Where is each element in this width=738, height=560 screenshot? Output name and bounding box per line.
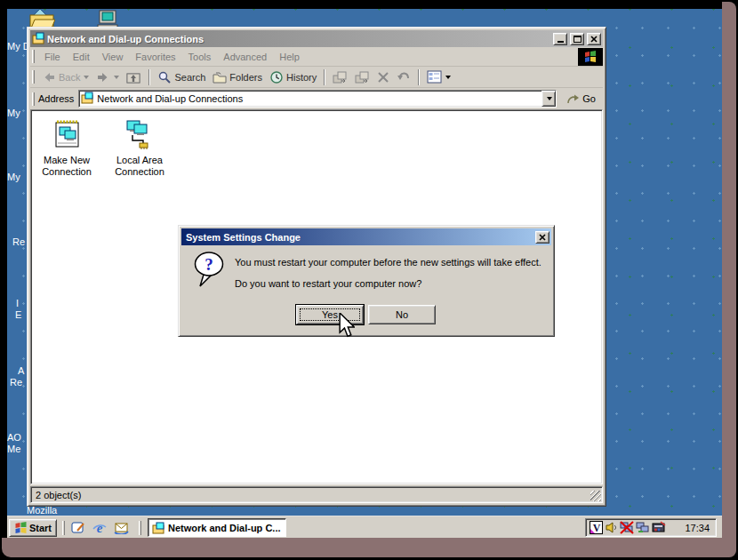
desktop-icon-label[interactable]: Re: [10, 377, 22, 388]
no-button-label: No: [396, 309, 408, 320]
make-new-connection-item[interactable]: Make New Connection: [35, 119, 99, 178]
desktop-icon-label[interactable]: A: [18, 365, 24, 376]
copy-to-button[interactable]: [351, 68, 373, 86]
outlook-express-button[interactable]: [112, 520, 130, 536]
local-area-connection-item[interactable]: Local Area Connection: [108, 119, 172, 178]
item-label: Local Area Connection: [108, 155, 172, 178]
address-value: Network and Dial-up Connections: [97, 93, 541, 104]
copy-to-icon: [355, 70, 370, 84]
forward-button[interactable]: [92, 68, 123, 86]
rebar-handle[interactable]: [32, 50, 35, 63]
desktop-icon-label[interactable]: E: [15, 309, 21, 320]
tray-volume-icon[interactable]: [605, 521, 618, 534]
monitor-bezel-bottom: [2, 538, 736, 557]
toolbar-separator: [148, 69, 150, 85]
folders-icon: [213, 70, 227, 84]
rebar-handle[interactable]: [32, 92, 35, 106]
dialog-titlebar[interactable]: System Settings Change: [181, 228, 551, 245]
tray-network-disconnected-icon[interactable]: [620, 521, 634, 534]
folders-button[interactable]: Folders: [209, 68, 266, 86]
desktop-icon-label[interactable]: My: [7, 108, 20, 118]
start-button[interactable]: Start: [9, 519, 57, 537]
status-panel: 2 object(s): [30, 486, 603, 503]
minimize-icon: [558, 41, 564, 43]
desktop-icon-label[interactable]: Re: [12, 236, 25, 247]
views-icon: [427, 70, 442, 84]
menu-help[interactable]: Help: [273, 50, 306, 64]
menu-file[interactable]: File: [38, 50, 67, 64]
windows-logo-icon: [14, 522, 28, 534]
undo-button[interactable]: [393, 69, 414, 85]
search-icon: [157, 70, 172, 84]
show-desktop-button[interactable]: [69, 520, 87, 536]
history-button[interactable]: History: [266, 68, 320, 86]
menu-view[interactable]: View: [96, 50, 130, 64]
address-dropdown-button[interactable]: [541, 91, 556, 107]
tray-network-icon[interactable]: [636, 521, 650, 534]
show-desktop-icon: [71, 521, 85, 535]
go-arrow-icon: [566, 93, 580, 105]
item-label: Make New Connection: [35, 155, 99, 178]
search-button[interactable]: Search: [154, 68, 209, 86]
up-icon: [126, 70, 141, 84]
go-button[interactable]: Go: [562, 92, 600, 107]
tray-scheduler-icon[interactable]: [652, 521, 666, 534]
svg-text:?: ?: [205, 255, 213, 274]
quicklaunch-grip[interactable]: [62, 521, 65, 535]
menu-bar: File Edit View Favorites Tools Advanced …: [30, 47, 603, 67]
menu-tools[interactable]: Tools: [182, 50, 218, 64]
address-input[interactable]: Network and Dial-up Connections: [78, 90, 557, 108]
address-label: Address: [38, 93, 74, 104]
close-button[interactable]: [587, 33, 601, 45]
close-icon: [539, 234, 546, 241]
minimize-button[interactable]: [553, 33, 567, 45]
internet-explorer-icon: e: [92, 521, 107, 535]
no-button[interactable]: No: [368, 305, 436, 324]
task-button-network-connections[interactable]: Network and Dial-up C...: [148, 518, 286, 537]
status-bar: 2 object(s): [30, 486, 603, 503]
window-icon: [32, 32, 44, 46]
desktop-icon-label[interactable]: Me: [7, 444, 20, 454]
undo-icon: [397, 71, 411, 84]
start-label: Start: [29, 523, 52, 533]
move-to-icon: [333, 70, 348, 84]
desktop-icon-label[interactable]: AO: [7, 432, 21, 443]
tray-vshield-icon[interactable]: V: [590, 521, 603, 534]
dialog-close-button[interactable]: [535, 231, 549, 244]
resize-grip[interactable]: [590, 491, 601, 501]
maximize-button[interactable]: [570, 33, 584, 45]
taskbar-clock[interactable]: 17:34: [685, 523, 710, 533]
outlook-express-icon: [114, 522, 129, 534]
window-titlebar[interactable]: Network and Dial-up Connections: [30, 30, 603, 47]
back-dropdown-icon[interactable]: [84, 76, 89, 79]
dialog-message-line2: Do you want to restart your computer now…: [235, 278, 421, 289]
menu-edit[interactable]: Edit: [67, 50, 96, 64]
menu-favorites[interactable]: Favorites: [129, 50, 181, 64]
desktop-icon-label[interactable]: I: [16, 298, 19, 308]
views-button[interactable]: [423, 68, 454, 85]
up-button[interactable]: [123, 68, 145, 86]
dialog-message-line1: You must restart your computer before th…: [235, 257, 541, 268]
delete-button[interactable]: [373, 69, 393, 85]
svg-text:e: e: [97, 521, 103, 535]
menu-advanced[interactable]: Advanced: [217, 50, 273, 64]
windows-throbber-icon: [578, 48, 603, 66]
move-to-button[interactable]: [329, 68, 351, 86]
make-new-connection-icon: [50, 119, 84, 153]
back-label: Back: [59, 72, 80, 83]
question-icon: ?: [193, 251, 227, 292]
folders-label: Folders: [229, 72, 262, 83]
address-location-icon: [81, 92, 93, 106]
views-dropdown-icon[interactable]: [445, 76, 451, 79]
dialog-title: System Settings Change: [186, 232, 535, 243]
forward-dropdown-icon[interactable]: [114, 76, 119, 79]
taskband-grip[interactable]: [139, 521, 141, 535]
rebar-handle[interactable]: [32, 70, 35, 84]
back-button[interactable]: Back: [38, 68, 92, 86]
history-icon: [269, 70, 284, 84]
history-label: History: [286, 72, 317, 83]
monitor-bezel-right: [722, 2, 736, 557]
desktop-icon-label[interactable]: My: [7, 172, 20, 182]
forward-icon: [96, 70, 110, 84]
internet-explorer-button[interactable]: e: [91, 520, 108, 536]
